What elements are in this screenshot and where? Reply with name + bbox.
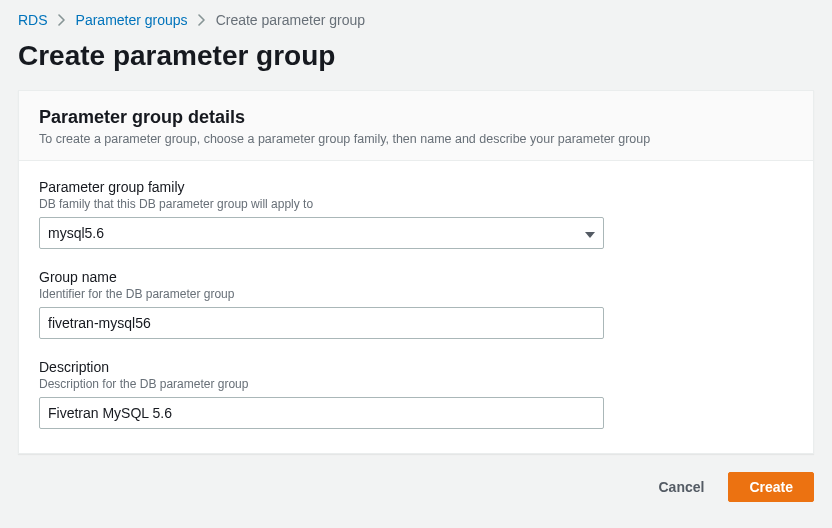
select-value: mysql5.6 bbox=[48, 225, 104, 241]
parameter-group-details-panel: Parameter group details To create a para… bbox=[18, 90, 814, 454]
field-group-name: Group name Identifier for the DB paramet… bbox=[39, 269, 793, 339]
field-help: DB family that this DB parameter group w… bbox=[39, 197, 793, 211]
description-input[interactable] bbox=[39, 397, 604, 429]
breadcrumb-root[interactable]: RDS bbox=[18, 12, 48, 28]
chevron-right-icon bbox=[198, 14, 206, 26]
breadcrumb-parent[interactable]: Parameter groups bbox=[76, 12, 188, 28]
form-actions: Cancel Create bbox=[0, 454, 832, 502]
cancel-button[interactable]: Cancel bbox=[654, 473, 708, 501]
panel-heading: Parameter group details bbox=[39, 107, 793, 128]
field-description: Description Description for the DB param… bbox=[39, 359, 793, 429]
breadcrumb-current: Create parameter group bbox=[216, 12, 365, 28]
chevron-right-icon bbox=[58, 14, 66, 26]
breadcrumb: RDS Parameter groups Create parameter gr… bbox=[0, 0, 832, 34]
create-button[interactable]: Create bbox=[728, 472, 814, 502]
field-label: Description bbox=[39, 359, 793, 375]
field-parameter-group-family: Parameter group family DB family that th… bbox=[39, 179, 793, 249]
page-title: Create parameter group bbox=[0, 34, 832, 90]
field-label: Group name bbox=[39, 269, 793, 285]
parameter-group-family-select[interactable]: mysql5.6 bbox=[39, 217, 604, 249]
field-label: Parameter group family bbox=[39, 179, 793, 195]
panel-header: Parameter group details To create a para… bbox=[19, 91, 813, 161]
group-name-input[interactable] bbox=[39, 307, 604, 339]
panel-body: Parameter group family DB family that th… bbox=[19, 161, 813, 453]
caret-down-icon bbox=[585, 225, 595, 241]
field-help: Description for the DB parameter group bbox=[39, 377, 793, 391]
field-help: Identifier for the DB parameter group bbox=[39, 287, 793, 301]
panel-subtitle: To create a parameter group, choose a pa… bbox=[39, 132, 793, 146]
